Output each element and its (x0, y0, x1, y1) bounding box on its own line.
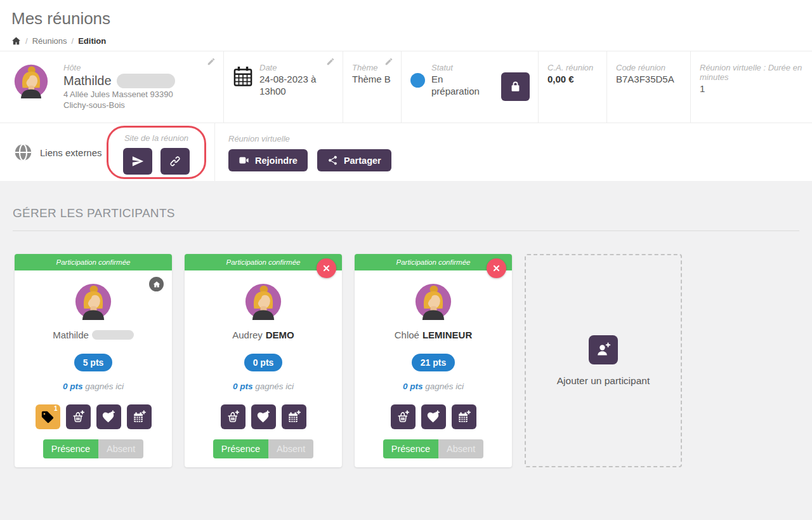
presence-toggle: Présence Absent (213, 439, 313, 458)
presence-button[interactable]: Présence (43, 439, 98, 458)
participant-name: Mathilde (15, 330, 172, 340)
breadcrumb-current: Edition (78, 36, 106, 46)
meeting-site-label: Site de la réunion (124, 133, 188, 143)
join-button[interactable]: Rejoindre (228, 149, 308, 171)
breadcrumb-separator: / (25, 36, 28, 46)
share-button[interactable]: Partager (317, 149, 391, 171)
video-camera-icon (239, 155, 249, 166)
breadcrumb-home-link[interactable] (11, 36, 21, 46)
host-label: Hôte (63, 63, 200, 72)
avatar (75, 283, 112, 320)
home-icon (153, 281, 160, 288)
theme-cell: Thème Thème B (343, 51, 401, 123)
add-wishlist-button[interactable] (96, 404, 121, 429)
points-badge: 21 pts (412, 354, 455, 371)
home-icon (11, 36, 21, 46)
person-plus-icon (596, 342, 611, 357)
earned-points: 0 pts gagnés ici (355, 382, 512, 391)
virtual-meeting-label: Réunion virtuelle (228, 134, 391, 143)
add-wishlist-button[interactable] (421, 404, 446, 429)
breadcrumb-separator: / (72, 36, 74, 46)
presence-toggle: Présence Absent (43, 439, 143, 458)
add-participant-box[interactable]: Ajouter un participant (525, 254, 682, 467)
host-badge (149, 277, 164, 291)
calendar-plus-icon (457, 410, 471, 424)
lock-status-button[interactable] (501, 72, 530, 101)
code-cell: Code réunion B7A3F35D5A (606, 51, 690, 123)
add-meeting-button[interactable] (452, 404, 476, 429)
host-name: Mathilde (63, 74, 112, 88)
basket-plus-icon (226, 410, 240, 424)
close-icon (492, 264, 501, 272)
absent-button[interactable]: Absent (268, 439, 313, 458)
heart-plus-icon (256, 410, 270, 424)
code-label: Code réunion (616, 63, 681, 72)
basket-plus-icon (71, 410, 85, 424)
calendar-plus-icon (287, 410, 301, 424)
calendar-icon (233, 65, 253, 87)
avatar (415, 283, 452, 320)
code-value: B7A3F35D5A (616, 74, 681, 86)
add-order-button[interactable] (221, 404, 246, 429)
copy-site-link-button[interactable] (160, 148, 190, 175)
date-cell: Date 24-08-2023 à 13h00 (223, 51, 343, 123)
presence-toggle: Présence Absent (383, 439, 483, 458)
status-label: Statut (431, 63, 490, 72)
edit-theme-icon[interactable] (384, 57, 393, 66)
absent-button[interactable]: Absent (438, 439, 483, 458)
host-avatar (14, 64, 48, 98)
add-participant-button[interactable] (589, 335, 618, 364)
globe-icon (14, 143, 32, 161)
remove-participant-button[interactable] (487, 258, 506, 278)
participant-card-chloe: Participation confirmée Chloé LEMINEUR 2… (355, 254, 512, 467)
revenue-label: C.A. réunion (547, 63, 598, 72)
participants-section: GÉRER LES PARTICIPANTS Participation con… (0, 181, 812, 520)
page-header: Mes réunions / Réunions / Edition (0, 0, 812, 51)
revenue-cell: C.A. réunion 0,00 € (538, 51, 606, 123)
heart-plus-icon (102, 410, 115, 424)
heart-plus-icon (426, 410, 440, 424)
divider (214, 123, 215, 181)
absent-button[interactable]: Absent (98, 439, 143, 458)
add-order-button[interactable] (66, 404, 91, 429)
participants-title: GÉRER LES PARTICIPANTS (13, 206, 799, 220)
points-badge: 5 pts (74, 354, 113, 371)
host-address: 4 Allée Jules Massenet 93390 Clichy-sous… (63, 90, 200, 111)
paper-plane-icon (131, 155, 144, 168)
lock-icon (509, 81, 521, 93)
add-wishlist-button[interactable] (251, 404, 276, 429)
tag-button[interactable]: 1 (36, 404, 60, 429)
link-icon (169, 155, 181, 168)
breadcrumb-reunions-link[interactable]: Réunions (32, 36, 67, 46)
add-meeting-button[interactable] (282, 404, 306, 429)
breadcrumb: / Réunions / Edition (11, 36, 801, 46)
send-site-link-button[interactable] (123, 148, 152, 175)
virtual-duration-cell: Réunion virtuelle : Durée en minutes 1 (690, 51, 812, 123)
participation-status-badge: Participation confirmée (15, 254, 172, 270)
tag-count: 1 (54, 405, 58, 412)
revenue-value: 0,00 € (547, 74, 598, 86)
date-label: Date (259, 63, 334, 72)
edit-date-icon[interactable] (326, 57, 335, 66)
virtual-duration-value: 1 (700, 83, 803, 95)
earned-points: 0 pts gagnés ici (15, 382, 172, 391)
participant-card-audrey: Participation confirmée Audrey DEMO 0 pt… (185, 254, 342, 467)
add-participant-label: Ajouter un participant (557, 375, 650, 387)
points-badge: 0 pts (244, 354, 283, 371)
status-dot-icon (410, 73, 425, 88)
close-icon (322, 264, 331, 272)
divider (13, 230, 799, 231)
edit-host-icon[interactable] (207, 57, 216, 66)
share-icon (327, 155, 338, 166)
remove-participant-button[interactable] (317, 258, 336, 278)
participant-card-mathilde: Participation confirmée Mathilde 5 pts 0… (15, 254, 172, 467)
calendar-plus-icon (132, 410, 146, 424)
basket-plus-icon (396, 410, 410, 424)
add-order-button[interactable] (391, 404, 416, 429)
presence-button[interactable]: Présence (383, 439, 438, 458)
host-cell: Hôte Mathilde 4 Allée Jules Massenet 933… (0, 51, 223, 123)
add-meeting-button[interactable] (127, 404, 152, 429)
external-links-label: Liens externes (40, 147, 102, 157)
presence-button[interactable]: Présence (213, 439, 268, 458)
external-links-bar: Liens externes Site de la réunion Réunio… (0, 123, 812, 181)
